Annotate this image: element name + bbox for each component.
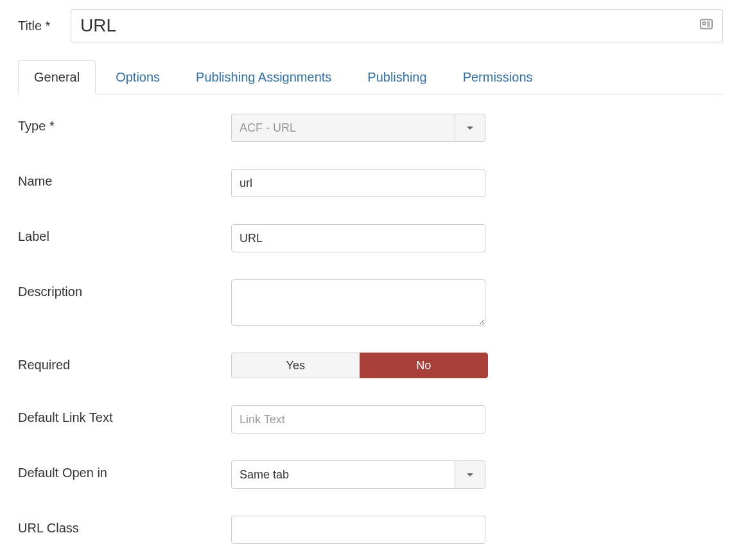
name-label: Name — [18, 169, 231, 189]
type-select[interactable]: ACF - URL — [231, 114, 485, 142]
default-open-in-label: Default Open in — [18, 460, 231, 480]
default-open-in-caret[interactable] — [455, 460, 485, 489]
required-label: Required — [18, 353, 231, 372]
title-label: Title * — [18, 19, 71, 33]
tab-publishing[interactable]: Publishing — [351, 60, 442, 94]
default-open-in-select[interactable]: Same tab — [231, 460, 485, 489]
tab-general[interactable]: General — [18, 60, 96, 94]
url-class-label: URL Class — [18, 516, 231, 536]
required-toggle: Yes No — [231, 353, 488, 378]
type-select-value: ACF - URL — [231, 114, 455, 142]
title-input[interactable] — [71, 9, 723, 42]
tab-options[interactable]: Options — [100, 60, 176, 94]
tab-permissions[interactable]: Permissions — [447, 60, 549, 94]
alias-icon[interactable] — [699, 17, 714, 35]
svg-point-1 — [702, 22, 705, 24]
name-input[interactable] — [231, 169, 485, 197]
default-link-text-label: Default Link Text — [18, 405, 231, 425]
tabs: General Options Publishing Assignments P… — [18, 60, 723, 94]
tab-publishing-assignments[interactable]: Publishing Assignments — [180, 60, 347, 94]
required-yes-button[interactable]: Yes — [231, 353, 360, 378]
required-no-button[interactable]: No — [360, 353, 489, 378]
description-textarea[interactable] — [231, 279, 485, 326]
label-label: Label — [18, 224, 231, 244]
type-label: Type * — [18, 114, 231, 134]
type-select-caret[interactable] — [455, 114, 485, 142]
chevron-down-icon — [467, 127, 473, 130]
url-class-input[interactable] — [231, 516, 485, 544]
description-label: Description — [18, 279, 231, 299]
chevron-down-icon — [467, 473, 473, 477]
default-open-in-value: Same tab — [231, 460, 455, 489]
default-link-text-input[interactable] — [231, 405, 485, 433]
label-input[interactable] — [231, 224, 485, 252]
